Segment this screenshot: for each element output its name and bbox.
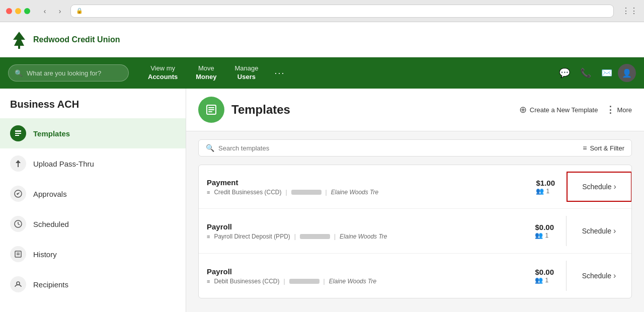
- schedule-button-0[interactable]: Schedule ›: [582, 182, 616, 191]
- more-btn-label: More: [617, 106, 632, 114]
- template-users: 👥 1: [535, 231, 552, 239]
- template-name: Payment: [207, 178, 536, 187]
- global-search-placeholder: What are you looking for?: [27, 69, 101, 77]
- approvals-icon: [10, 186, 26, 202]
- list-icon: ≡: [207, 278, 210, 284]
- close-dot[interactable]: [6, 8, 12, 14]
- search-row: 🔍 ≡ Sort & Filter: [198, 139, 632, 157]
- users-count: 1: [545, 277, 548, 284]
- mail-icon-button[interactable]: ✉️: [597, 63, 617, 83]
- masked-account: [289, 279, 319, 284]
- page-icon: [198, 97, 224, 123]
- amount-users-wrap: $1.00 👥 1: [536, 179, 563, 195]
- browser-menu-icon[interactable]: ⋮⋮: [622, 6, 638, 16]
- nav-manage-users[interactable]: Manage Users: [225, 64, 267, 82]
- svg-rect-3: [15, 251, 21, 257]
- sidebar-item-upload[interactable]: Upload Pass-Thru: [0, 148, 186, 179]
- sort-filter-label: Sort & Filter: [590, 144, 624, 152]
- browser-chrome: ‹ › 🔒 ⋮⋮: [0, 0, 644, 22]
- nav-accounts-bold: Accounts: [148, 73, 178, 82]
- nav-move-money[interactable]: Move Money: [187, 64, 225, 82]
- separator: |: [285, 189, 287, 196]
- nav-bar: 🔍 What are you looking for? View my Acco…: [0, 57, 644, 89]
- template-info: Payment ≡ Credit Businesses (CCD) | | El…: [207, 178, 536, 196]
- template-owner: Elaine Woods Tre: [329, 278, 376, 285]
- sidebar-templates-label: Templates: [33, 129, 70, 138]
- template-row: Payroll ≡ Payroll Direct Deposit (PPD) |…: [199, 209, 631, 254]
- schedule-chevron-icon: ›: [613, 226, 616, 236]
- template-meta: ≡ Debit Businesses (CCD) | | Elaine Wood…: [207, 278, 535, 285]
- app-header: Redwood Credit Union: [0, 22, 644, 57]
- amount-users-wrap: $0.00 👥 1: [535, 268, 562, 284]
- scheduled-icon: [10, 216, 26, 232]
- template-type: Payroll Direct Deposit (PPD): [214, 233, 290, 240]
- users-count: 1: [545, 232, 548, 239]
- nav-money-top: Move: [196, 64, 216, 73]
- nav-view-accounts[interactable]: View my Accounts: [139, 64, 187, 82]
- separator2: |: [326, 189, 327, 196]
- minimize-dot[interactable]: [15, 8, 21, 14]
- header-actions: ⊕ Create a New Template ⋮ More: [519, 104, 632, 115]
- phone-icon-button[interactable]: 📞: [576, 63, 596, 83]
- recipients-icon: [10, 276, 26, 292]
- masked-account: [291, 190, 321, 195]
- schedule-button-1[interactable]: Schedule ›: [582, 226, 616, 236]
- template-row: Payment ≡ Credit Businesses (CCD) | | El…: [199, 165, 631, 209]
- mail-icon: ✉️: [601, 67, 612, 79]
- phone-icon: 📞: [580, 67, 591, 79]
- main-content: Business ACH Templates Upload Pass-Thru …: [0, 89, 644, 312]
- create-template-button[interactable]: ⊕ Create a New Template: [519, 104, 598, 115]
- nav-icons: 💬 📞 ✉️ 👤: [554, 63, 636, 83]
- search-input[interactable]: [218, 144, 583, 152]
- traffic-lights: [6, 8, 30, 14]
- template-owner: Elaine Woods Tre: [331, 189, 378, 196]
- template-info: Payroll ≡ Payroll Direct Deposit (PPD) |…: [207, 222, 535, 240]
- logo-area: Redwood Credit Union: [10, 31, 120, 49]
- users-icon: 👥: [535, 276, 543, 284]
- create-btn-label: Create a New Template: [530, 106, 598, 114]
- url-bar[interactable]: 🔒: [70, 5, 614, 18]
- sort-icon: ≡: [583, 144, 587, 152]
- chat-icon-button[interactable]: 💬: [554, 63, 575, 83]
- users-icon: 👥: [536, 187, 544, 195]
- list-icon: ≡: [207, 233, 210, 240]
- schedule-btn-wrap: Schedule ›: [567, 172, 632, 202]
- template-owner: Elaine Woods Tre: [340, 233, 387, 240]
- back-button[interactable]: ‹: [38, 5, 51, 18]
- upload-icon: [10, 155, 26, 172]
- sidebar-upload-label: Upload Pass-Thru: [33, 160, 94, 168]
- global-search-bar[interactable]: 🔍 What are you looking for?: [8, 64, 129, 82]
- search-field-wrap: 🔍: [206, 144, 583, 152]
- list-icon: ≡: [207, 189, 210, 195]
- sidebar-recipients-label: Recipients: [33, 280, 68, 289]
- amount-users-wrap: $0.00 👥 1: [535, 223, 562, 239]
- schedule-button-2[interactable]: Schedule ›: [582, 271, 616, 280]
- separator: |: [283, 278, 285, 285]
- sidebar-title: Business ACH: [0, 99, 186, 118]
- user-avatar-button[interactable]: 👤: [618, 64, 636, 82]
- nav-more-button[interactable]: ···: [267, 68, 292, 79]
- template-info: Payroll ≡ Debit Businesses (CCD) | | Ela…: [207, 267, 535, 285]
- history-icon: [10, 246, 26, 262]
- sidebar-item-recipients[interactable]: Recipients: [0, 269, 186, 299]
- maximize-dot[interactable]: [24, 8, 30, 14]
- sidebar-item-history[interactable]: History: [0, 239, 186, 269]
- url-lock-icon: 🔒: [76, 8, 83, 14]
- template-type: Credit Businesses (CCD): [214, 189, 281, 196]
- forward-button[interactable]: ›: [53, 5, 66, 18]
- schedule-btn-wrap: Schedule ›: [566, 216, 631, 246]
- schedule-chevron-icon: ›: [614, 182, 616, 191]
- create-plus-icon: ⊕: [519, 104, 527, 115]
- templates-area: 🔍 ≡ Sort & Filter Payment ≡ Credit Busin…: [186, 131, 644, 306]
- users-count: 1: [546, 188, 549, 195]
- more-options-button[interactable]: ⋮ More: [606, 104, 632, 115]
- masked-account: [300, 234, 330, 239]
- sidebar-item-scheduled[interactable]: Scheduled: [0, 209, 186, 239]
- sidebar-item-approvals[interactable]: Approvals: [0, 179, 186, 209]
- sort-filter-button[interactable]: ≡ Sort & Filter: [583, 144, 624, 152]
- template-meta: ≡ Credit Businesses (CCD) | | Elaine Woo…: [207, 189, 536, 196]
- template-amount: $0.00: [535, 268, 554, 276]
- sidebar-item-templates[interactable]: Templates: [0, 118, 186, 148]
- sidebar-scheduled-label: Scheduled: [33, 220, 69, 228]
- nav-users-bold: Users: [234, 73, 258, 82]
